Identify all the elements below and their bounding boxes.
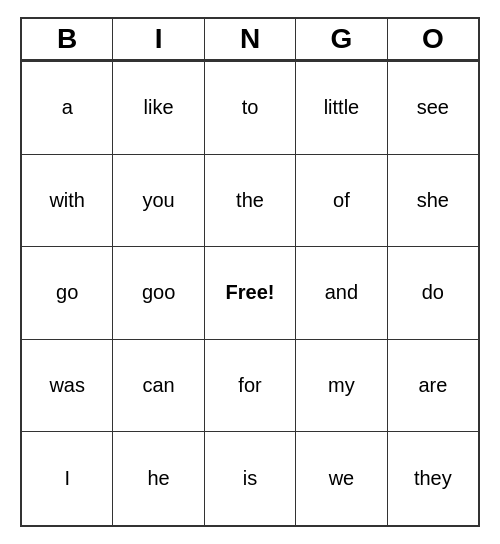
header-letter-n: N (205, 19, 296, 60)
bingo-cell-1-0: with (22, 155, 113, 248)
bingo-row-1: withyoutheofshe (22, 155, 478, 248)
header-letter-g: G (296, 19, 387, 60)
bingo-cell-3-2: for (205, 340, 296, 433)
bingo-cell-3-4: are (388, 340, 478, 433)
bingo-cell-1-2: the (205, 155, 296, 248)
header-letter-i: I (113, 19, 204, 60)
bingo-cell-2-2: Free! (205, 247, 296, 340)
bingo-cell-4-3: we (296, 432, 387, 525)
bingo-card: BINGO aliketolittleseewithyoutheofshegog… (20, 17, 480, 527)
bingo-header: BINGO (22, 19, 478, 62)
bingo-cell-4-4: they (388, 432, 478, 525)
bingo-cell-4-2: is (205, 432, 296, 525)
bingo-cell-3-1: can (113, 340, 204, 433)
bingo-cell-0-2: to (205, 62, 296, 155)
header-letter-b: B (22, 19, 113, 60)
header-letter-o: O (388, 19, 478, 60)
bingo-cell-2-1: goo (113, 247, 204, 340)
bingo-cell-2-0: go (22, 247, 113, 340)
bingo-cell-1-3: of (296, 155, 387, 248)
bingo-row-0: aliketolittlesee (22, 62, 478, 155)
bingo-cell-0-0: a (22, 62, 113, 155)
bingo-row-3: wascanformyare (22, 340, 478, 433)
bingo-cell-3-0: was (22, 340, 113, 433)
bingo-cell-2-3: and (296, 247, 387, 340)
bingo-row-4: Iheiswethey (22, 432, 478, 525)
bingo-cell-1-1: you (113, 155, 204, 248)
bingo-cell-0-4: see (388, 62, 478, 155)
bingo-row-2: gogooFree!anddo (22, 247, 478, 340)
bingo-cell-4-0: I (22, 432, 113, 525)
bingo-cell-2-4: do (388, 247, 478, 340)
bingo-cell-1-4: she (388, 155, 478, 248)
bingo-cell-0-1: like (113, 62, 204, 155)
bingo-cell-4-1: he (113, 432, 204, 525)
bingo-cell-3-3: my (296, 340, 387, 433)
bingo-cell-0-3: little (296, 62, 387, 155)
